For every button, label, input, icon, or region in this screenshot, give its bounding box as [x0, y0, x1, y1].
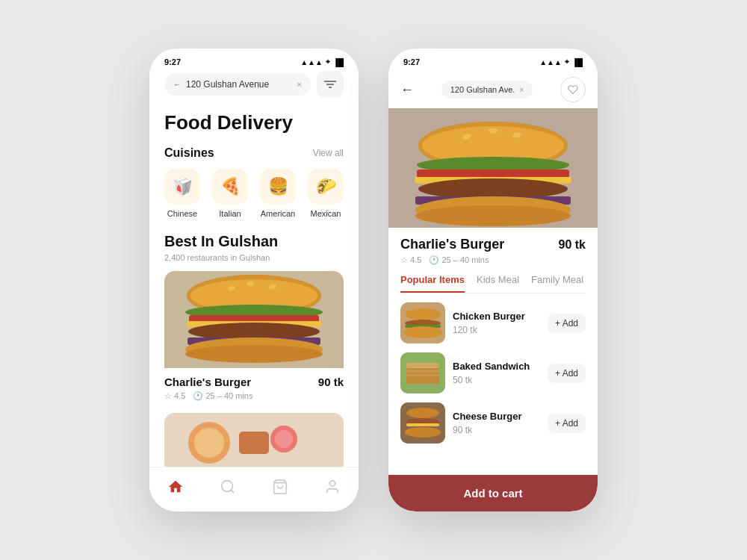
bottom-nav	[149, 467, 359, 511]
time-right: 9:27	[403, 57, 420, 66]
best-section-title: Best In Gulshan	[164, 233, 344, 250]
tab-family-meal[interactable]: Family Meal	[531, 274, 583, 293]
baked-sandwich-img	[400, 352, 445, 393]
cuisine-icon-american: 🍔	[260, 169, 296, 205]
right-restaurant-meta: ☆ 4.5 🕐 25 – 40 mins	[400, 255, 586, 265]
cuisine-mexican[interactable]: 🌮 Mexican	[308, 169, 344, 218]
status-bar-right: 9:27 ▲▲▲ ⌖ ▐█	[388, 49, 598, 71]
cheese-burger-thumbnail	[400, 402, 445, 444]
chicken-burger-info: Chicken Burger 120 tk	[453, 311, 540, 335]
cuisine-label-mexican: Mexican	[311, 209, 341, 218]
svg-point-54	[405, 427, 441, 438]
add-chicken-burger-button[interactable]: + Add	[548, 314, 586, 333]
restaurant-card[interactable]: Charlie's Burger 90 tk ☆ 4.5 🕐 25 – 40 m…	[164, 271, 344, 404]
svg-rect-46	[406, 363, 439, 369]
cuisine-label-chinese: Chinese	[167, 209, 197, 218]
add-cheese-burger-button[interactable]: + Add	[548, 414, 586, 433]
cheese-burger-price: 90 tk	[453, 425, 540, 435]
filter-button[interactable]	[317, 71, 344, 98]
wifi-icon-right: ⌖	[565, 57, 569, 66]
nav-search[interactable]	[220, 479, 236, 495]
restaurant-name-row: Charlie's Burger 90 tk	[164, 376, 344, 388]
menu-item-1: Chicken Burger 120 tk + Add	[400, 302, 586, 343]
filter-icon	[324, 80, 336, 89]
cuisine-icon-mexican: 🌮	[308, 169, 344, 205]
right-restaurant-price: 90 tk	[559, 238, 586, 252]
baked-sandwich-price: 50 tk	[453, 375, 540, 385]
svg-point-15	[185, 345, 323, 363]
add-baked-sandwich-button[interactable]: + Add	[548, 364, 586, 383]
cuisine-label-american: American	[261, 209, 295, 218]
chicken-burger-img	[400, 302, 445, 343]
chicken-burger-thumbnail	[400, 302, 445, 343]
svg-point-21	[275, 430, 293, 448]
baked-sandwich-thumbnail	[400, 352, 445, 393]
cuisines-header: Cuisines View all	[164, 146, 344, 160]
cheese-burger-img	[400, 402, 445, 444]
tab-kids-meal[interactable]: Kids Meal	[477, 274, 519, 293]
search-icon	[220, 479, 236, 495]
rating-badge: ☆ 4.5	[164, 391, 185, 401]
address-clear-icon[interactable]: ×	[519, 86, 524, 94]
best-section-subtitle: 2,400 restaurants in Gulshan	[164, 253, 344, 262]
nav-cart[interactable]	[272, 479, 288, 495]
battery-icon-right: ▐█	[572, 58, 583, 66]
home-icon	[167, 479, 184, 495]
svg-point-24	[329, 480, 335, 485]
favorite-button[interactable]	[560, 77, 586, 102]
signal-icon: ▲▲▲	[300, 58, 323, 66]
cuisine-label-italian: Italian	[219, 209, 241, 218]
tab-popular[interactable]: Popular Items	[400, 274, 465, 293]
right-restaurant-name-row: Charlie's Burger 90 tk	[400, 237, 586, 252]
time-badge: 🕐 25 – 40 mins	[193, 391, 252, 401]
back-button[interactable]: ←	[400, 82, 414, 98]
chicken-burger-name: Chicken Burger	[453, 311, 540, 322]
svg-point-43	[403, 326, 442, 338]
menu-tabs: Popular Items Kids Meal Family Meal	[400, 274, 586, 293]
chicken-burger-price: 120 tk	[453, 325, 540, 335]
right-rating: ☆ 4.5	[400, 255, 421, 265]
restaurant-name: Charlie's Burger	[164, 376, 251, 388]
burger-image-left	[168, 273, 340, 367]
nav-profile[interactable]	[324, 479, 341, 495]
search-clear-icon[interactable]: ×	[297, 80, 302, 89]
add-to-cart-button[interactable]: Add to cart	[388, 475, 598, 511]
signal-icon-right: ▲▲▲	[539, 58, 562, 66]
restaurant-info: Charlie's Burger 90 tk ☆ 4.5 🕐 25 – 40 m…	[164, 368, 344, 404]
menu-item-3: Cheese Burger 90 tk + Add	[400, 402, 586, 444]
cuisines-title: Cuisines	[164, 146, 214, 160]
search-text: 120 Gulshan Avenue	[186, 79, 269, 90]
right-phone-content: Charlie's Burger 90 tk ☆ 4.5 🕐 25 – 40 m…	[388, 237, 598, 444]
profile-icon	[324, 479, 341, 495]
view-all-link[interactable]: View all	[313, 148, 344, 158]
svg-rect-53	[406, 423, 439, 426]
battery-icon: ▐█	[333, 58, 344, 66]
hero-image	[388, 108, 598, 228]
time-left: 9:27	[164, 57, 181, 66]
second-restaurant-card[interactable]	[164, 413, 344, 473]
cuisine-american[interactable]: 🍔 American	[260, 169, 296, 218]
search-back-arrow: ←	[173, 80, 182, 89]
menu-item-2: Baked Sandwich 50 tk + Add	[400, 352, 586, 393]
wifi-icon: ⌖	[326, 57, 330, 66]
right-time: 🕐 25 – 40 mins	[429, 255, 489, 265]
search-bar[interactable]: ← 120 Gulshan Avenue ×	[164, 73, 311, 96]
cheese-burger-info: Cheese Burger 90 tk	[453, 411, 540, 435]
address-tag[interactable]: 120 Gulshan Ave. ×	[441, 81, 533, 99]
left-phone-content: ← 120 Gulshan Avenue × Food Delivery Cui…	[149, 71, 359, 473]
cheese-burger-name: Cheese Burger	[453, 411, 540, 422]
cart-icon	[272, 479, 288, 495]
restaurant-meta: ☆ 4.5 🕐 25 – 40 mins	[164, 391, 344, 401]
cuisine-italian[interactable]: 🍕 Italian	[212, 169, 248, 218]
svg-point-35	[418, 178, 568, 199]
nav-home[interactable]	[167, 479, 184, 495]
restaurant-price: 90 tk	[318, 376, 344, 388]
page-title: Food Delivery	[164, 111, 344, 134]
baked-sandwich-name: Baked Sandwich	[453, 361, 540, 372]
svg-point-18	[194, 428, 224, 458]
second-food-image	[164, 413, 344, 473]
cuisine-icon-chinese: 🥡	[164, 169, 200, 205]
cuisine-chinese[interactable]: 🥡 Chinese	[164, 169, 200, 218]
hero-burger-image	[388, 108, 598, 228]
status-icons-right: ▲▲▲ ⌖ ▐█	[539, 57, 583, 66]
